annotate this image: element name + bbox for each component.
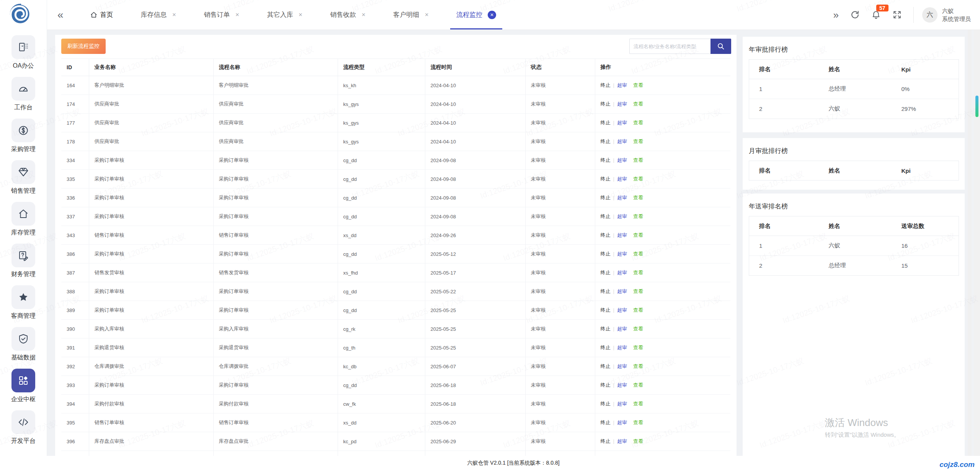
table-cell: 采购订单审核	[213, 301, 338, 320]
table-row: 391采购退货审核采购退货审核cg_th2025-05-25未审核终止|超审查看	[61, 338, 730, 357]
super-audit-link[interactable]: 超审	[617, 363, 627, 369]
sidebar-item-enterprise-hub[interactable]: 企业中枢	[0, 369, 47, 403]
refresh-process-monitor-button[interactable]: 刷新流程监控	[61, 39, 106, 54]
view-link[interactable]: 查看	[633, 307, 643, 313]
tab-other-inbound[interactable]: 其它入库✕	[253, 0, 316, 29]
view-link[interactable]: 查看	[633, 401, 643, 407]
view-link[interactable]: 查看	[633, 101, 643, 107]
super-audit-link[interactable]: 超审	[617, 101, 627, 107]
scrollbar-thumb[interactable]	[975, 96, 978, 117]
search-button[interactable]	[710, 39, 731, 54]
sidebar-item-finance[interactable]: 财务管理	[0, 244, 47, 278]
view-link[interactable]: 查看	[633, 176, 643, 182]
tab-close-icon[interactable]: ✕	[425, 12, 429, 18]
terminate-link[interactable]: 终止	[601, 345, 611, 350]
search-input[interactable]	[629, 39, 710, 54]
terminate-link[interactable]: 终止	[601, 101, 611, 107]
super-audit-link[interactable]: 超审	[617, 382, 627, 388]
tab-sales-receipt[interactable]: 销售收款✕	[316, 0, 379, 29]
super-audit-link[interactable]: 超审	[617, 157, 627, 163]
app-logo-icon[interactable]	[9, 3, 31, 25]
super-audit-link[interactable]: 超审	[617, 195, 627, 200]
super-audit-link[interactable]: 超审	[617, 213, 627, 219]
terminate-link[interactable]: 终止	[601, 213, 611, 219]
terminate-link[interactable]: 终止	[601, 270, 611, 275]
panel-scrollbar-track[interactable]	[968, 30, 972, 456]
super-audit-link[interactable]: 超审	[617, 82, 627, 88]
view-link[interactable]: 查看	[633, 363, 643, 369]
terminate-link[interactable]: 终止	[601, 251, 611, 257]
sidebar-item-partners[interactable]: 客商管理	[0, 285, 47, 320]
terminate-link[interactable]: 终止	[601, 420, 611, 425]
tab-close-icon[interactable]: ✕	[235, 12, 239, 18]
view-link[interactable]: 查看	[633, 251, 643, 257]
view-link[interactable]: 查看	[633, 382, 643, 388]
expand-tabs-icon[interactable]: »	[833, 10, 839, 20]
view-link[interactable]: 查看	[633, 420, 643, 425]
super-audit-link[interactable]: 超审	[617, 251, 627, 257]
super-audit-link[interactable]: 超审	[617, 270, 627, 275]
terminate-link[interactable]: 终止	[601, 363, 611, 369]
terminate-link[interactable]: 终止	[601, 157, 611, 163]
collapse-sidebar-icon[interactable]: «	[57, 10, 64, 20]
terminate-link[interactable]: 终止	[601, 438, 611, 444]
view-link[interactable]: 查看	[633, 195, 643, 200]
table-cell: xs_fhd	[338, 263, 425, 282]
super-audit-link[interactable]: 超审	[617, 120, 627, 125]
view-link[interactable]: 查看	[633, 326, 643, 332]
terminate-link[interactable]: 终止	[601, 195, 611, 200]
view-link[interactable]: 查看	[633, 82, 643, 88]
tab-close-icon[interactable]: ✕	[488, 11, 496, 19]
super-audit-link[interactable]: 超审	[617, 438, 627, 444]
tab-home[interactable]: 首页	[77, 0, 127, 29]
notifications-bell-icon[interactable]: 57	[871, 10, 881, 20]
super-audit-link[interactable]: 超审	[617, 307, 627, 313]
sidebar-item-sales[interactable]: 销售管理	[0, 160, 47, 195]
super-audit-link[interactable]: 超审	[617, 326, 627, 332]
terminate-link[interactable]: 终止	[601, 176, 611, 182]
terminate-link[interactable]: 终止	[601, 232, 611, 238]
tab-process-monitor[interactable]: 流程监控✕	[443, 0, 510, 29]
view-link[interactable]: 查看	[633, 232, 643, 238]
terminate-link[interactable]: 终止	[601, 326, 611, 332]
terminate-link[interactable]: 终止	[601, 138, 611, 144]
view-link[interactable]: 查看	[633, 120, 643, 125]
sidebar-item-workbench[interactable]: 工作台	[0, 77, 47, 112]
table-cell: 未审核	[525, 451, 595, 456]
super-audit-link[interactable]: 超审	[617, 232, 627, 238]
super-audit-link[interactable]: 超审	[617, 288, 627, 294]
super-audit-link[interactable]: 超审	[617, 138, 627, 144]
super-audit-link[interactable]: 超审	[617, 401, 627, 407]
tab-inventory-info[interactable]: 库存信息✕	[127, 0, 190, 29]
terminate-link[interactable]: 终止	[601, 382, 611, 388]
sidebar-item-oa-office[interactable]: OA办公	[0, 35, 47, 70]
fullscreen-icon[interactable]	[892, 10, 902, 20]
sidebar-item-base-data[interactable]: 基础数据	[0, 327, 47, 362]
terminate-link[interactable]: 终止	[601, 120, 611, 125]
tab-sales-order[interactable]: 销售订单✕	[190, 0, 253, 29]
refresh-page-icon[interactable]	[850, 10, 860, 20]
view-link[interactable]: 查看	[633, 288, 643, 294]
view-link[interactable]: 查看	[633, 270, 643, 275]
terminate-link[interactable]: 终止	[601, 401, 611, 407]
view-link[interactable]: 查看	[633, 157, 643, 163]
sidebar-item-dev-platform[interactable]: 开发平台	[0, 410, 47, 445]
super-audit-link[interactable]: 超审	[617, 176, 627, 182]
super-audit-link[interactable]: 超审	[617, 420, 627, 425]
tab-close-icon[interactable]: ✕	[298, 12, 302, 18]
user-menu[interactable]: 六 六蚁 系统管理员	[913, 7, 971, 23]
tab-customer-detail[interactable]: 客户明细✕	[379, 0, 443, 29]
view-link[interactable]: 查看	[633, 345, 643, 350]
table-cell: 未审核	[525, 432, 595, 451]
tab-close-icon[interactable]: ✕	[172, 12, 176, 18]
super-audit-link[interactable]: 超审	[617, 345, 627, 350]
view-link[interactable]: 查看	[633, 438, 643, 444]
sidebar-item-purchase[interactable]: 采购管理	[0, 119, 47, 153]
sidebar-item-inventory[interactable]: 库存管理	[0, 202, 47, 237]
terminate-link[interactable]: 终止	[601, 307, 611, 313]
tab-close-icon[interactable]: ✕	[361, 12, 366, 18]
view-link[interactable]: 查看	[633, 213, 643, 219]
terminate-link[interactable]: 终止	[601, 82, 611, 88]
terminate-link[interactable]: 终止	[601, 288, 611, 294]
view-link[interactable]: 查看	[633, 138, 643, 144]
